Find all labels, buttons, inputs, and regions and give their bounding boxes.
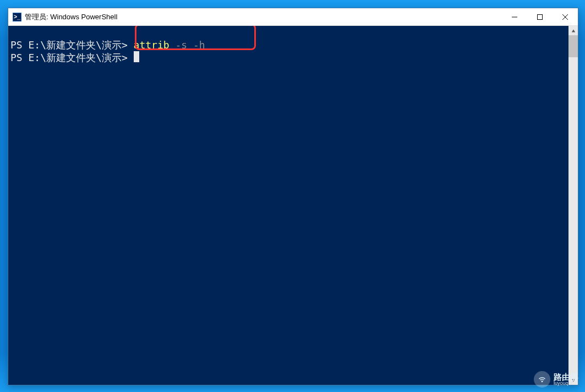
titlebar[interactable]: >_ 管理员: Windows PowerShell bbox=[8, 8, 578, 26]
command-flag-h: -h bbox=[193, 39, 205, 51]
command-name: attrib bbox=[134, 39, 170, 51]
powershell-window: >_ 管理员: Windows PowerShell PS E:\新建文件夹\演… bbox=[8, 8, 578, 385]
close-button[interactable] bbox=[553, 8, 578, 25]
vertical-scrollbar[interactable] bbox=[568, 26, 578, 385]
window-controls bbox=[502, 8, 578, 25]
powershell-icon: >_ bbox=[13, 13, 21, 21]
console-output: PS E:\新建文件夹\演示> attrib -s -h PS E:\新建文件夹… bbox=[8, 26, 578, 64]
window-title: 管理员: Windows PowerShell bbox=[25, 12, 117, 22]
svg-marker-5 bbox=[571, 379, 575, 382]
prompt-gt: > bbox=[122, 52, 128, 63]
prompt-prefix: PS bbox=[10, 39, 29, 51]
titlebar-left: >_ 管理员: Windows PowerShell bbox=[8, 12, 117, 22]
scroll-up-button[interactable] bbox=[568, 26, 578, 35]
svg-marker-4 bbox=[571, 29, 575, 32]
scrollbar-thumb[interactable] bbox=[568, 35, 578, 57]
command-flag-s: -s bbox=[175, 39, 187, 51]
prompt-prefix: PS bbox=[10, 52, 29, 63]
text-cursor bbox=[134, 51, 139, 62]
scrollbar-track[interactable] bbox=[568, 35, 578, 375]
svg-rect-1 bbox=[538, 14, 543, 19]
prompt-path: E:\新建文件夹\演示 bbox=[29, 52, 122, 63]
console-area[interactable]: PS E:\新建文件夹\演示> attrib -s -h PS E:\新建文件夹… bbox=[8, 26, 578, 385]
minimize-button[interactable] bbox=[502, 8, 527, 25]
scroll-down-button[interactable] bbox=[568, 375, 578, 385]
prompt-path: E:\新建文件夹\演示 bbox=[29, 39, 122, 51]
maximize-button[interactable] bbox=[527, 8, 553, 25]
prompt-gt: > bbox=[122, 39, 134, 51]
